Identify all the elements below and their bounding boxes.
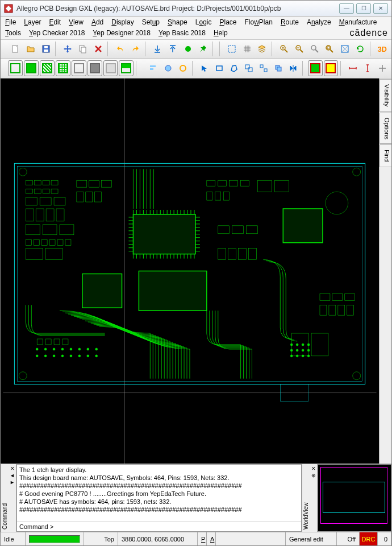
status-mode[interactable]: General edit xyxy=(286,532,337,545)
layer-hatch-button[interactable] xyxy=(40,60,55,76)
grid-button[interactable] xyxy=(240,42,254,56)
app-icon xyxy=(4,4,13,13)
dim-both-button[interactable] xyxy=(376,61,389,76)
layer-cross-button[interactable] xyxy=(56,60,70,76)
copy-button[interactable] xyxy=(76,42,90,56)
align-left-button[interactable] xyxy=(147,61,160,76)
move-button[interactable] xyxy=(61,42,75,56)
close-panel-icon[interactable]: ✕ xyxy=(10,466,15,471)
ungroup-tool-button[interactable] xyxy=(257,61,270,76)
zoom-fit-button[interactable] xyxy=(307,42,322,56)
maximize-button[interactable]: ☐ xyxy=(356,3,371,14)
layer-grey-button[interactable] xyxy=(87,60,102,76)
copy-shape-button[interactable] xyxy=(272,61,285,76)
menu-help[interactable]: Help xyxy=(212,28,229,38)
highlight-a-button[interactable] xyxy=(308,60,323,76)
command-area: The 1 etch layer display. This design bo… xyxy=(16,464,302,532)
svg-point-122 xyxy=(290,349,293,351)
open-file-button[interactable] xyxy=(23,42,37,56)
status-snap[interactable]: Off xyxy=(337,532,360,545)
svg-point-128 xyxy=(302,355,304,357)
svg-point-120 xyxy=(302,344,304,346)
minimize-button[interactable]: — xyxy=(339,3,354,14)
pin-button[interactable] xyxy=(196,42,210,56)
layer-off-button[interactable] xyxy=(103,60,118,76)
menu-view[interactable]: View xyxy=(68,18,85,27)
scroll-left-icon[interactable]: ◄ xyxy=(10,473,15,478)
status-a[interactable]: A xyxy=(207,532,216,545)
layers-button[interactable] xyxy=(255,42,269,56)
status-drc[interactable]: DRC xyxy=(360,532,378,545)
undo-button[interactable] xyxy=(113,42,127,56)
menu-place[interactable]: Place xyxy=(218,18,237,27)
layer-alt-button[interactable] xyxy=(119,60,134,76)
view-3d-button[interactable]: 3D xyxy=(375,42,389,56)
close-panel-icon[interactable]: ✕ xyxy=(311,466,316,471)
tab-visibility[interactable]: Visibility xyxy=(380,79,391,112)
status-layer[interactable]: Top xyxy=(84,532,118,545)
menu-setup[interactable]: Setup xyxy=(141,18,161,27)
toolbar-separator xyxy=(272,42,275,56)
group-tool-button[interactable] xyxy=(242,61,256,76)
zoom-window-button[interactable] xyxy=(323,42,337,56)
menu-tools[interactable]: Tools xyxy=(4,28,22,38)
dim-h-button[interactable] xyxy=(346,61,360,76)
poly-tool-button[interactable] xyxy=(227,61,241,76)
menu-yep-checker[interactable]: Yep Checker 2018 xyxy=(28,28,86,38)
menu-yep-basic[interactable]: Yep Basic 2018 xyxy=(157,28,207,38)
status-state: Idle xyxy=(1,532,26,545)
menu-yep-designer[interactable]: Yep Designer 2018 xyxy=(91,28,152,38)
refresh-button[interactable] xyxy=(353,42,368,56)
menu-display[interactable]: Display xyxy=(110,18,135,27)
save-file-button[interactable] xyxy=(39,42,53,56)
align-right-button[interactable] xyxy=(176,61,190,76)
menu-file[interactable]: File xyxy=(4,18,17,27)
scroll-right-icon[interactable]: ► xyxy=(10,479,15,485)
svg-point-115 xyxy=(78,348,81,350)
anchor-up-button[interactable] xyxy=(165,42,180,56)
flag-button[interactable] xyxy=(181,42,195,56)
status-p[interactable]: P xyxy=(198,532,207,545)
menu-manufacture[interactable]: Manufacture xyxy=(338,18,378,27)
redo-button[interactable] xyxy=(128,42,143,56)
svg-point-12 xyxy=(326,46,331,50)
close-button[interactable]: ✕ xyxy=(373,3,388,14)
pin-panel-icon[interactable]: ⊕ xyxy=(311,473,316,478)
svg-rect-3 xyxy=(44,46,48,48)
titlebar: Allegro PCB Design GXL (legacy): AUTOSAV… xyxy=(1,1,391,16)
zoom-out-button[interactable] xyxy=(292,42,306,56)
menu-analyze[interactable]: Analyze xyxy=(306,18,332,27)
delete-button[interactable] xyxy=(91,42,106,56)
align-center-button[interactable] xyxy=(161,61,175,76)
status-drc-count: 0 xyxy=(378,532,391,545)
command-input[interactable]: Command > xyxy=(17,522,301,531)
select-box-button[interactable] xyxy=(224,42,239,56)
menu-flowplan[interactable]: FlowPlan xyxy=(244,18,274,27)
zoom-region-button[interactable] xyxy=(338,42,352,56)
menu-add[interactable]: Add xyxy=(90,18,105,27)
menu-layer[interactable]: Layer xyxy=(23,18,42,27)
pcb-canvas[interactable] xyxy=(1,78,379,464)
worldview-panel[interactable] xyxy=(318,464,391,532)
menu-shape[interactable]: Shape xyxy=(166,18,189,27)
anchor-down-button[interactable] xyxy=(151,42,165,56)
layer-outline-button[interactable] xyxy=(8,60,23,76)
menu-route[interactable]: Route xyxy=(280,18,300,27)
svg-point-108 xyxy=(87,355,89,357)
mirror-button[interactable] xyxy=(286,61,300,76)
svg-rect-25 xyxy=(277,67,281,71)
menu-edit[interactable]: Edit xyxy=(48,18,62,27)
menu-logic[interactable]: Logic xyxy=(194,18,213,27)
new-file-button[interactable] xyxy=(9,42,23,56)
tab-options[interactable]: Options xyxy=(380,113,391,144)
svg-point-105 xyxy=(61,355,64,357)
layer-fill-button[interactable] xyxy=(24,60,39,76)
command-label: Command xyxy=(1,464,9,532)
tab-find[interactable]: Find xyxy=(380,144,391,167)
layer-dim-button[interactable] xyxy=(72,60,86,76)
arrow-tool-button[interactable] xyxy=(198,61,211,76)
rect-tool-button[interactable] xyxy=(212,61,226,76)
highlight-b-button[interactable] xyxy=(324,60,339,76)
dim-v-button[interactable] xyxy=(361,61,374,76)
zoom-in-button[interactable] xyxy=(277,42,291,56)
